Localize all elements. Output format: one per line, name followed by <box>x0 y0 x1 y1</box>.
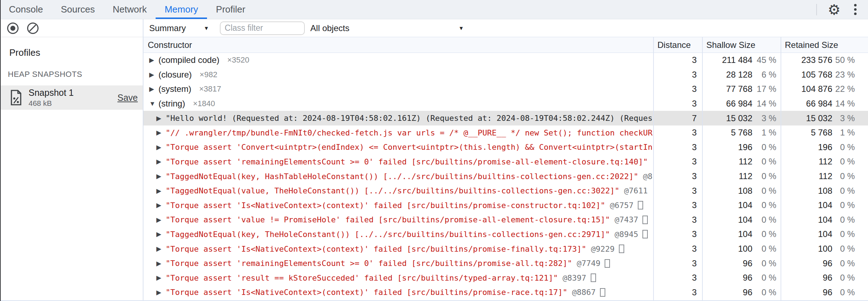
perspective-select[interactable]: Summary ▼ <box>149 23 209 33</box>
shallow-size-value: 104 <box>702 229 752 239</box>
string-instance-row[interactable]: ▶"Hello world! (Requested at: 2024-08-19… <box>143 111 868 125</box>
string-instance-row[interactable]: ▶"Torque assert 'Is<NativeContext>(conte… <box>143 285 868 300</box>
kebab-menu-icon[interactable] <box>854 8 857 11</box>
constructor-group-row[interactable]: ▶(compiled code)×35203211 48445 %233 576… <box>143 53 868 68</box>
column-header-constructor[interactable]: Constructor <box>143 40 653 50</box>
unknown-glyph-icon <box>600 288 605 297</box>
column-separator <box>653 37 654 300</box>
retained-size-cell: 105 76823 % <box>781 68 868 82</box>
expand-arrow-icon[interactable]: ▶ <box>156 187 166 195</box>
tab-console[interactable]: Console <box>0 0 52 19</box>
retained-size-value: 108 <box>781 186 832 196</box>
column-header-retained-size[interactable]: Retained Size <box>781 40 868 50</box>
tab-profiler[interactable]: Profiler <box>207 0 254 19</box>
instance-count: ×982 <box>200 70 217 79</box>
retained-size-cell: 1000 % <box>781 242 868 256</box>
retained-size-percent: 0 % <box>832 258 868 268</box>
shallow-size-value: 104 <box>702 215 752 225</box>
distance-cell: 3 <box>653 97 702 111</box>
string-instance-row[interactable]: ▶"Torque assert 'remainingElementsCount … <box>143 154 868 169</box>
shallow-size-percent: 1 % <box>752 128 781 138</box>
string-value: "Torque assert 'remainingElementsCount >… <box>166 259 572 268</box>
shallow-size-value: 28 128 <box>702 70 752 80</box>
expand-arrow-icon[interactable]: ▶ <box>156 201 166 209</box>
retained-size-value: 112 <box>781 157 832 167</box>
shallow-size-percent: 0 % <box>752 229 781 239</box>
object-id: @8 <box>643 172 653 181</box>
object-id: @9229 <box>591 245 615 253</box>
string-instance-row[interactable]: ▶"Torque assert 'remainingElementsCount … <box>143 256 868 271</box>
string-instance-row[interactable]: ▶"Torque assert 'Is<NativeContext>(conte… <box>143 242 868 256</box>
unknown-glyph-icon <box>642 216 648 224</box>
retained-size-value: 104 <box>781 200 832 210</box>
expand-arrow-icon[interactable]: ▶ <box>156 129 166 137</box>
string-value: "Torque assert 'result == kStoreSucceded… <box>166 273 558 282</box>
expand-arrow-icon[interactable]: ▶ <box>149 71 158 79</box>
class-filter-input[interactable] <box>220 21 305 35</box>
shallow-size-percent: 0 % <box>752 157 781 167</box>
expand-arrow-icon[interactable]: ▶ <box>156 158 166 166</box>
retained-size-percent: 0 % <box>832 200 868 210</box>
shallow-size-cell: 1120 % <box>702 154 781 169</box>
constructor-cell: ▶"TaggedNotEqual(value, TheHoleConstant(… <box>143 183 653 198</box>
distance-cell: 3 <box>653 285 702 300</box>
expand-arrow-icon[interactable]: ▶ <box>156 216 166 224</box>
expand-arrow-icon[interactable]: ▶ <box>156 245 166 253</box>
tab-sources[interactable]: Sources <box>52 0 104 19</box>
column-header-shallow-size[interactable]: Shallow Size <box>702 40 781 50</box>
shallow-size-cell: 1000 % <box>702 242 781 256</box>
save-snapshot-link[interactable]: Save <box>117 93 138 103</box>
snapshot-list-item[interactable]: Snapshot 1 468 kB Save <box>0 85 143 110</box>
object-id: @8945 <box>615 230 638 239</box>
shallow-size-percent: 0 % <box>752 258 781 268</box>
string-instance-row[interactable]: ▶"Torque assert 'result == kStoreSuccede… <box>143 271 868 285</box>
unknown-glyph-icon <box>638 201 643 209</box>
retained-size-percent: 14 % <box>832 99 868 109</box>
expand-arrow-icon[interactable]: ▶ <box>156 288 166 296</box>
record-heap-snapshot-icon[interactable] <box>7 23 19 34</box>
column-header-distance[interactable]: Distance <box>653 40 702 50</box>
distance-cell: 3 <box>653 198 702 213</box>
heap-snapshot-panel: Summary ▼ All objects ▼ Constructor Dist… <box>143 19 868 301</box>
string-instance-row[interactable]: ▶"Torque assert 'Convert<uintptr>(endInd… <box>143 140 868 155</box>
constructor-name: (string) <box>158 99 185 109</box>
distance-cell: 3 <box>653 68 702 82</box>
expand-arrow-icon[interactable]: ▶ <box>149 56 158 64</box>
object-filter-select-value: All objects <box>311 23 349 33</box>
string-instance-row[interactable]: ▶"TaggedNotEqual(key, HashTableHoleConst… <box>143 169 868 184</box>
distance-cell: 3 <box>653 140 702 155</box>
tab-memory[interactable]: Memory <box>156 0 207 19</box>
constructor-group-row[interactable]: ▼(string)×1840366 98414 %66 98414 % <box>143 97 868 111</box>
unknown-glyph-icon <box>605 259 610 268</box>
devtools-tab-bar: Console Sources Network Memory Profiler … <box>0 0 868 19</box>
expand-arrow-icon[interactable]: ▶ <box>156 143 166 151</box>
string-instance-row[interactable]: ▶"Torque assert 'Is<NativeContext>(conte… <box>143 198 868 213</box>
shallow-size-cell: 1040 % <box>702 198 781 213</box>
constructor-group-row[interactable]: ▶(system)×3817377 76817 %104 87622 % <box>143 82 868 97</box>
clear-profiles-icon[interactable] <box>27 23 39 34</box>
string-instance-row[interactable]: ▶"Torque assert 'value != PromiseHole' f… <box>143 213 868 227</box>
constructor-cell: ▶(system)×3817 <box>143 82 653 97</box>
expand-arrow-icon[interactable]: ▶ <box>156 172 166 180</box>
retained-size-value: 112 <box>781 171 832 181</box>
snapshot-name: Snapshot 1 <box>29 88 74 98</box>
expand-arrow-icon[interactable]: ▶ <box>156 230 166 238</box>
profiles-toolbar <box>0 19 143 37</box>
object-filter-select[interactable]: All objects ▼ <box>311 23 464 33</box>
constructor-group-row[interactable]: ▶(closure)×982328 1286 %105 76823 % <box>143 68 868 82</box>
expand-arrow-icon[interactable]: ▶ <box>156 114 166 122</box>
constructor-cell: ▼(string)×1840 <box>143 97 653 111</box>
retained-size-percent: 0 % <box>832 142 868 152</box>
tab-network[interactable]: Network <box>104 0 156 19</box>
collapse-arrow-icon[interactable]: ▼ <box>149 100 158 108</box>
expand-arrow-icon[interactable]: ▶ <box>156 260 166 267</box>
expand-arrow-icon[interactable]: ▶ <box>156 274 166 282</box>
string-instance-row[interactable]: ▶"// .wrangler/tmp/bundle-FmNIt0/checked… <box>143 125 868 140</box>
retained-size-cell: 960 % <box>781 285 868 300</box>
expand-arrow-icon[interactable]: ▶ <box>149 85 158 93</box>
settings-gear-icon[interactable]: ⚙ <box>828 3 841 17</box>
string-instance-row[interactable]: ▶"TaggedNotEqual(key, TheHoleConstant())… <box>143 227 868 242</box>
constructor-cell: ▶"Torque assert 'remainingElementsCount … <box>143 154 653 169</box>
string-instance-row[interactable]: ▶"TaggedNotEqual(value, TheHoleConstant(… <box>143 183 868 198</box>
string-value: "TaggedNotEqual(key, TheHoleConstant()) … <box>166 230 610 239</box>
